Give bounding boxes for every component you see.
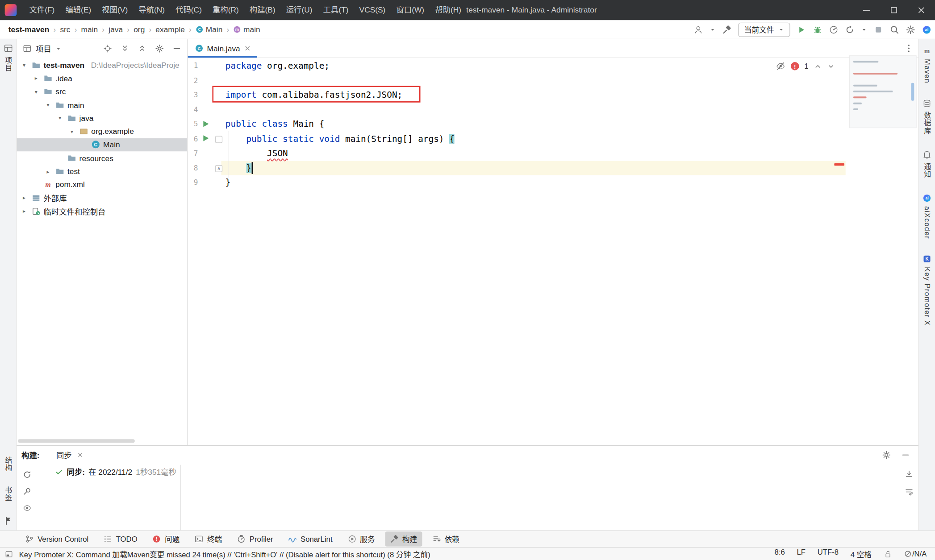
menu-item[interactable]: 运行(U) bbox=[281, 0, 318, 20]
menu-item[interactable]: 重构(R) bbox=[207, 0, 244, 20]
tree-item[interactable]: ▸test bbox=[17, 165, 187, 178]
toolwindow-button[interactable]: 服务 bbox=[342, 531, 380, 546]
tree-item[interactable]: ▾src bbox=[17, 85, 187, 98]
search-icon[interactable] bbox=[890, 25, 899, 34]
previous-error-icon[interactable] bbox=[814, 62, 822, 70]
rerun-icon[interactable] bbox=[845, 25, 854, 34]
stripe-tab[interactable]: KKey Promoter X bbox=[922, 255, 931, 326]
toolwindow-button[interactable]: SonarLint bbox=[283, 533, 337, 545]
hide-panel-icon[interactable] bbox=[172, 44, 181, 53]
stripe-tab-structure[interactable]: 结构 bbox=[3, 456, 13, 472]
chevron-right-icon[interactable]: ▸ bbox=[20, 208, 28, 214]
options-gear-icon[interactable] bbox=[155, 44, 164, 53]
tree-item[interactable]: ▾java bbox=[17, 112, 187, 125]
breadcrumb-item[interactable]: java bbox=[109, 25, 123, 34]
minimap-thumb[interactable] bbox=[911, 83, 914, 101]
stripe-tab[interactable]: 通知 bbox=[922, 150, 932, 178]
chevron-down-icon[interactable]: ▾ bbox=[20, 62, 28, 68]
menu-item[interactable]: 代码(C) bbox=[170, 0, 207, 20]
coverage-widget[interactable]: /N/A bbox=[904, 550, 927, 558]
tree-item[interactable]: ▾main bbox=[17, 98, 187, 112]
tree-item[interactable]: CMain bbox=[17, 138, 187, 152]
error-badge-icon[interactable]: ! bbox=[791, 62, 799, 71]
toolwindow-button[interactable]: 构建 bbox=[385, 531, 422, 546]
code-line[interactable]: } bbox=[221, 175, 845, 190]
chevron-right-icon[interactable]: ▸ bbox=[20, 195, 28, 201]
code-line[interactable]: JSON bbox=[221, 146, 845, 161]
tree-item[interactable]: mpom.xml bbox=[17, 178, 187, 191]
minimize-button[interactable] bbox=[853, 0, 880, 20]
menu-item[interactable]: 帮助(H) bbox=[430, 0, 467, 20]
user-icon[interactable] bbox=[693, 25, 703, 34]
menu-item[interactable]: 构建(B) bbox=[244, 0, 281, 20]
bookmark-flag-icon[interactable] bbox=[3, 516, 13, 526]
code-line[interactable]: package org.example; bbox=[221, 58, 845, 73]
chevron-down-icon[interactable]: ▾ bbox=[56, 115, 64, 121]
chevron-down-icon[interactable] bbox=[710, 26, 715, 32]
hide-panel-icon[interactable] bbox=[901, 451, 910, 460]
code-line[interactable]: import com.alibaba.fastjson2.JSON; bbox=[221, 87, 845, 102]
settings-gear-icon[interactable] bbox=[882, 451, 891, 460]
expand-all-icon[interactable] bbox=[121, 44, 129, 53]
pin-icon[interactable] bbox=[22, 487, 31, 496]
project-panel-title[interactable]: 项目 bbox=[36, 43, 51, 54]
status-message[interactable]: Key Promoter X: Command 加载Maven变更 missed… bbox=[19, 548, 430, 560]
tab-main-java[interactable]: C Main.java bbox=[188, 39, 257, 57]
status-item[interactable]: UTF-8 bbox=[818, 548, 839, 560]
run-button[interactable] bbox=[797, 25, 806, 34]
error-count[interactable]: 1 bbox=[805, 62, 809, 71]
code-line[interactable]: public class Main { bbox=[221, 117, 845, 132]
breadcrumb-item[interactable]: main bbox=[81, 25, 98, 34]
code-line[interactable]: } bbox=[221, 161, 845, 175]
status-item[interactable]: LF bbox=[797, 548, 806, 560]
stripe-tab-project[interactable]: 项目 bbox=[0, 43, 16, 72]
toolwindow-button[interactable]: Profiler bbox=[232, 533, 278, 545]
eye-icon[interactable] bbox=[22, 503, 31, 512]
code-line[interactable] bbox=[221, 73, 845, 88]
chevron-down-icon[interactable]: ▾ bbox=[44, 102, 52, 108]
stripe-tab[interactable]: aiaiXcoder bbox=[922, 194, 931, 239]
chevron-down-icon[interactable]: ▾ bbox=[32, 89, 40, 95]
stop-button[interactable] bbox=[874, 25, 883, 34]
build-sync-message[interactable]: 同步: 在 2022/11/2 1秒351毫秒 bbox=[55, 466, 176, 477]
toolwindow-button[interactable]: TODO bbox=[99, 533, 142, 545]
toolwindow-button[interactable]: 依赖 bbox=[427, 531, 464, 546]
menu-item[interactable]: 文件(F) bbox=[24, 0, 60, 20]
toolwindow-button[interactable]: Version Control bbox=[20, 533, 93, 545]
build-tab-sync[interactable]: 同步 bbox=[56, 449, 83, 460]
build-hammer-icon[interactable] bbox=[722, 25, 731, 34]
chevron-right-icon[interactable]: ▸ bbox=[44, 168, 52, 174]
stripe-tab[interactable]: 数据库 bbox=[922, 99, 932, 135]
highlighting-eye-icon[interactable] bbox=[776, 62, 785, 71]
code-line[interactable] bbox=[221, 102, 845, 117]
status-item[interactable]: 8:6 bbox=[775, 548, 785, 560]
refresh-icon[interactable] bbox=[22, 470, 31, 479]
profiler-run-icon[interactable] bbox=[829, 25, 838, 34]
run-configuration-select[interactable]: 当前文件 bbox=[738, 22, 790, 37]
menu-item[interactable]: 视图(V) bbox=[96, 0, 133, 20]
more-options-icon[interactable] bbox=[904, 43, 914, 53]
plugin-colored-icon[interactable]: ai bbox=[922, 25, 931, 34]
close-button[interactable] bbox=[908, 0, 935, 20]
collapse-all-icon[interactable] bbox=[138, 44, 147, 53]
tree-item[interactable]: ▸.idea bbox=[17, 72, 187, 85]
breadcrumb-item[interactable]: src bbox=[60, 25, 70, 34]
menu-item[interactable]: 工具(T) bbox=[318, 0, 354, 20]
tree-item[interactable]: ▾org.example bbox=[17, 125, 187, 138]
code-area[interactable]: package org.example;import com.alibaba.f… bbox=[221, 58, 845, 190]
tree-item[interactable]: ▸临时文件和控制台 bbox=[17, 204, 187, 218]
menu-item[interactable]: VCS(S) bbox=[354, 0, 391, 20]
chevron-down-icon[interactable] bbox=[55, 46, 61, 51]
lock-icon[interactable] bbox=[884, 550, 892, 558]
breadcrumb-item[interactable]: mmain bbox=[233, 25, 260, 34]
debug-button[interactable] bbox=[813, 25, 822, 34]
menu-item[interactable]: 导航(N) bbox=[133, 0, 170, 20]
horizontal-scrollbar[interactable] bbox=[18, 439, 135, 443]
code-line[interactable]: public static void main(String[] args) { bbox=[221, 132, 845, 146]
close-tab-icon[interactable] bbox=[244, 45, 251, 52]
tree-item[interactable]: resources bbox=[17, 151, 187, 165]
locate-file-icon[interactable] bbox=[103, 44, 112, 53]
tool-window-switcher-icon[interactable] bbox=[5, 550, 13, 558]
stripe-tab-bookmarks[interactable]: 书签 bbox=[3, 486, 13, 502]
maximize-button[interactable] bbox=[880, 0, 907, 20]
